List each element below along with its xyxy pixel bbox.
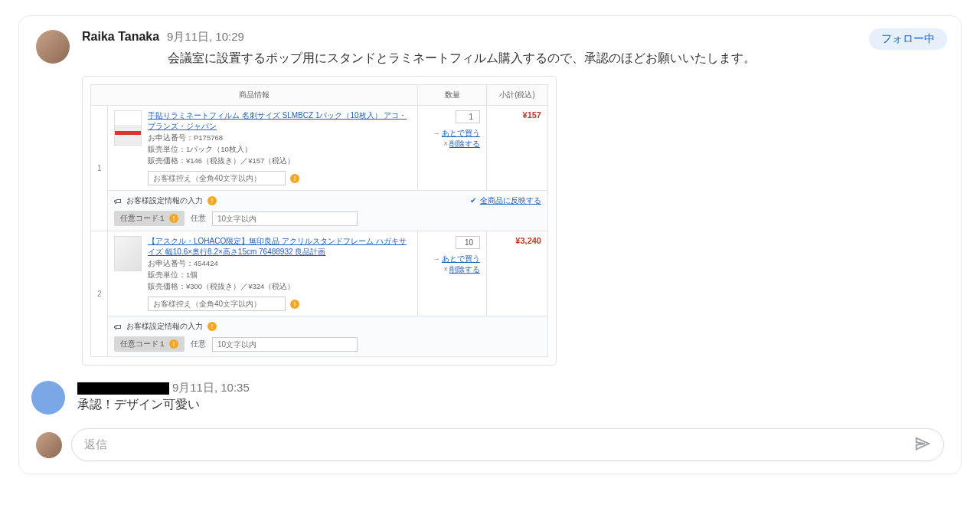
check-icon: ✔ [470, 196, 476, 205]
avatar[interactable] [36, 30, 70, 64]
row-index: 2 [91, 231, 108, 357]
th-qty: 数量 [418, 85, 487, 106]
warning-icon: ! [290, 300, 299, 309]
product-thumbnail[interactable] [114, 236, 142, 271]
author-name[interactable]: Raika Tanaka [82, 30, 159, 43]
delete-link[interactable]: 削除する [449, 139, 480, 148]
code-chip: 任意コード１ ! [114, 336, 185, 352]
settings-row: 🏷 お客様設定情報の入力 ! 任意コード１ ! [91, 316, 548, 357]
settings-row: 🏷 お客様設定情報の入力 ! ✔ 全商品に反映する [91, 191, 548, 231]
tag-icon: 🏷 [114, 323, 122, 331]
warning-icon: ! [207, 322, 217, 331]
comment-text: 承認！デザイン可愛い [77, 397, 250, 413]
comment: 9月11日, 10:35 承認！デザイン可愛い [31, 381, 944, 415]
order-preview: 商品情報 数量 小計(税込) 1 [82, 76, 557, 365]
save-later-link[interactable]: あとで買う [442, 129, 480, 137]
order-table: 商品情報 数量 小計(税込) 1 [90, 84, 548, 357]
reply-input[interactable]: 返信 [71, 428, 944, 461]
comment-body: 9月11日, 10:35 承認！デザイン可愛い [77, 381, 250, 413]
th-subtotal: 小計(税込) [487, 85, 548, 106]
product-thumbnail[interactable] [114, 110, 142, 146]
product-link[interactable]: 手貼りラミネートフィルム 名刺サイズ SLMBCZ 1パック（10枚入） アコ・… [148, 111, 407, 130]
price-line: 販売価格：¥300（税抜き）／¥324（税込） [148, 282, 411, 292]
qty-input[interactable]: 10 [456, 236, 480, 249]
warning-icon: ! [290, 174, 299, 183]
subtotal: ¥3,240 [515, 236, 541, 245]
tag-icon: 🏷 [114, 197, 122, 205]
delete-link[interactable]: 削除する [449, 265, 480, 274]
reply-placeholder: 返信 [84, 438, 107, 452]
table-row: 2 【アスクル・LOHACO限定】無印良品 アクリルスタンドフレーム ハガキサイ… [91, 231, 548, 316]
post-timestamp: 9月11日, 10:29 [167, 30, 244, 43]
avatar[interactable] [31, 381, 65, 415]
table-row: 1 手貼りラミネートフィルム 名刺サイズ SLMBCZ 1パック（10枚入） ア… [91, 106, 548, 191]
save-later-link[interactable]: あとで買う [442, 254, 480, 263]
code-input[interactable] [212, 337, 358, 352]
post-body: Raika Tanaka 9月11日, 10:29 会議室に設置するポップ用にス… [82, 30, 944, 365]
apply-no: お申込番号：454424 [148, 259, 411, 269]
customer-note-input[interactable] [148, 171, 286, 185]
post: Raika Tanaka 9月11日, 10:29 会議室に設置するポップ用にス… [36, 30, 944, 365]
comment-header: 9月11日, 10:35 [77, 381, 250, 395]
customer-note-input[interactable] [148, 297, 286, 311]
comment-timestamp: 9月11日, 10:35 [172, 381, 250, 394]
reply-row: 返信 [36, 428, 944, 461]
follow-badge[interactable]: フォロー中 [869, 28, 947, 50]
warning-icon: ! [169, 339, 178, 349]
code-input[interactable] [212, 211, 358, 226]
redacted-name [77, 382, 169, 395]
avatar[interactable] [36, 432, 62, 458]
qty-input[interactable]: 1 [456, 110, 480, 123]
post-text: 会議室に設置するポップ用にスタンドとラミネートフィルム購入するので、承認のほどお… [82, 48, 944, 68]
reflect-all-link[interactable]: 全商品に反映する [480, 196, 541, 205]
settings-label: お客様設定情報の入力 [126, 195, 203, 206]
send-icon[interactable] [914, 435, 931, 454]
code-label: 任意 [191, 213, 206, 224]
post-header: Raika Tanaka 9月11日, 10:29 [82, 30, 944, 44]
product-link[interactable]: 【アスクル・LOHACO限定】無印良品 アクリルスタンドフレーム ハガキサイズ … [148, 237, 407, 256]
row-index: 1 [91, 106, 108, 231]
th-info: 商品情報 [91, 85, 418, 106]
settings-label: お客様設定情報の入力 [126, 321, 203, 332]
price-line: 販売価格：¥146（税抜き）／¥157（税込） [148, 156, 411, 166]
thread-card: フォロー中 Raika Tanaka 9月11日, 10:29 会議室に設置する… [18, 15, 962, 474]
warning-icon: ! [169, 214, 178, 223]
code-chip: 任意コード１ ! [114, 211, 185, 226]
apply-no: お申込番号：P175768 [148, 133, 411, 143]
warning-icon: ! [207, 196, 217, 205]
subtotal: ¥157 [523, 110, 541, 120]
unit-line: 販売単位：1個 [148, 270, 411, 280]
code-label: 任意 [191, 339, 206, 349]
unit-line: 販売単位：1パック（10枚入） [148, 145, 411, 155]
